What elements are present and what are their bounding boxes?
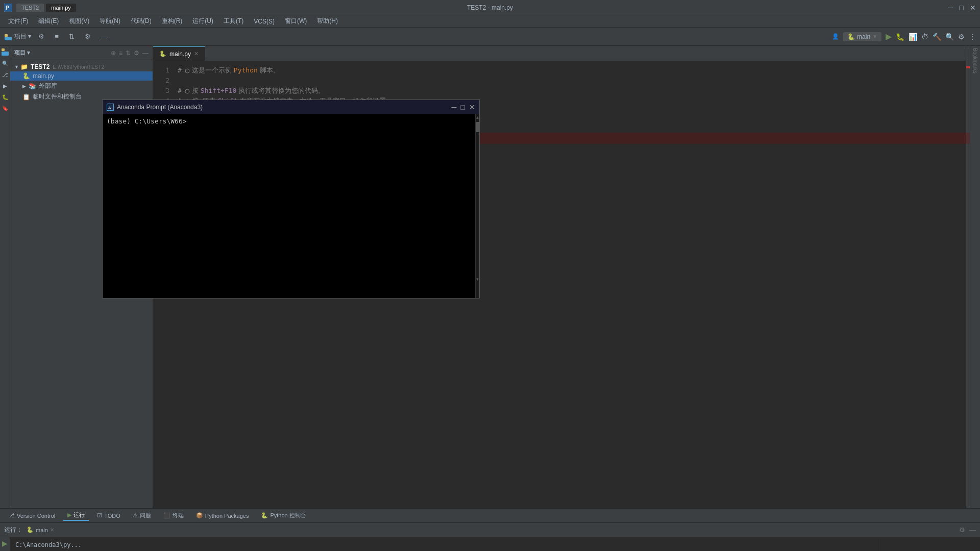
scroll-down-arrow[interactable]: ▼	[475, 276, 481, 283]
toolbar-sort-icon[interactable]: ⇅	[66, 32, 78, 41]
toolbar-menu-icon[interactable]: ≡	[52, 32, 62, 41]
tree-item-mainpy[interactable]: 🐍 main.py	[10, 71, 153, 81]
menu-refactor[interactable]: 重构(R)	[158, 16, 187, 27]
bookmarks-icon[interactable]: 🔖	[1, 104, 9, 112]
anaconda-close-button[interactable]: ✕	[469, 103, 475, 111]
anaconda-win-btns: ─ □ ✕	[452, 103, 475, 111]
toolbar-left: 项目 ▾ ⚙ ≡ ⇅ ⚙ —	[4, 32, 111, 41]
build-button[interactable]: 🔨	[933, 33, 941, 41]
run-tab-main[interactable]: 🐍 main ✕	[27, 527, 54, 533]
title-tab-mainpy[interactable]: main.py	[46, 4, 76, 12]
far-right-panel: Bookmarks	[970, 46, 980, 508]
python-packages-icon: 📦	[196, 512, 203, 519]
maximize-button[interactable]: □	[960, 4, 964, 12]
tree-path: E:\W66\Python\TEST2	[53, 64, 104, 70]
code-line-3: # 按 Shift+F10 执行或将其替换为您的代码。	[178, 86, 962, 96]
vcs-tab-label: Version Control	[17, 513, 55, 519]
bottom-left-icons: ▶ 🔄 ■ 📌 🔽	[0, 537, 10, 551]
project-config-icon[interactable]: ⚙	[134, 49, 139, 57]
project-hide-icon[interactable]: —	[142, 49, 149, 57]
tree-label-external: 外部库	[39, 82, 57, 90]
tree-item-external-libs[interactable]: ▶ 📚 外部库	[10, 81, 153, 91]
run-minimize-icon[interactable]: —	[969, 526, 976, 534]
anaconda-title-left: A Anaconda Prompt (Anaconda3)	[107, 104, 203, 111]
scroll-up-arrow[interactable]: ▲	[475, 114, 481, 121]
run-config-name[interactable]: main	[857, 33, 870, 40]
bottom-content: ▶ 🔄 ■ 📌 🔽 C:\Anaconda3\py... Hi, PyCharm…	[0, 537, 980, 551]
tree-label-mainpy: main.py	[33, 72, 54, 80]
search-button[interactable]: 🔍	[945, 33, 954, 41]
menu-edit[interactable]: 编辑(E)	[34, 16, 63, 27]
menu-navigate[interactable]: 导航(N)	[95, 16, 125, 27]
bookmarks-right-icon[interactable]: Bookmarks	[972, 48, 978, 73]
bottom-tab-terminal[interactable]: ⬛ 终端	[159, 511, 188, 520]
code-line-2	[178, 76, 962, 86]
anaconda-minimize-button[interactable]: ─	[452, 103, 457, 111]
menu-code[interactable]: 代码(D)	[127, 16, 156, 27]
project-panel-header: 项目 ▾ ⊕ ≡ ⇅ ⚙ —	[10, 46, 153, 60]
python-console-icon: 🐍	[261, 512, 268, 519]
run-settings-icon[interactable]: ⚙	[959, 526, 965, 534]
run-config-dropdown[interactable]: ▼	[872, 34, 877, 39]
anaconda-title-bar[interactable]: A Anaconda Prompt (Anaconda3) ─ □ ✕	[103, 100, 479, 114]
anaconda-title-text: Anaconda Prompt (Anaconda3)	[117, 104, 203, 111]
bottom-tab-run[interactable]: ▶ 运行	[63, 510, 89, 521]
minimize-button[interactable]: ─	[948, 4, 953, 12]
menu-tools[interactable]: 工具(T)	[219, 16, 248, 27]
menu-help[interactable]: 帮助(H)	[313, 16, 342, 27]
bottom-tab-python-console[interactable]: 🐍 Python 控制台	[257, 511, 310, 520]
scroll-thumb[interactable]	[476, 122, 479, 132]
bottom-tab-problems[interactable]: ⚠ 问题	[129, 511, 155, 520]
menu-vcs[interactable]: VCS(S)	[250, 17, 279, 26]
svg-point-6	[185, 69, 189, 73]
debug-left-icon[interactable]: 🐛	[1, 93, 9, 101]
anaconda-dialog[interactable]: A Anaconda Prompt (Anaconda3) ─ □ ✕ (bas…	[102, 99, 480, 298]
bottom-tab-python-packages[interactable]: 📦 Python Packages	[192, 511, 253, 520]
project-add-icon[interactable]: ⊕	[111, 49, 116, 57]
error-stripe	[966, 66, 970, 68]
title-bar-title: TEST2 - main.py	[467, 4, 513, 11]
bottom-tab-vcs[interactable]: ⎇ Version Control	[4, 511, 59, 520]
editor-tab-close[interactable]: ✕	[194, 51, 199, 57]
editor-tab-python-icon: 🐍	[159, 51, 166, 57]
svg-text:A: A	[108, 106, 111, 110]
editor-tab-mainpy[interactable]: 🐍 main.py ✕	[153, 46, 205, 61]
profile-button[interactable]: ⏱	[921, 33, 928, 41]
toolbar-hide-icon[interactable]: —	[98, 32, 111, 41]
menu-window[interactable]: 窗口(W)	[281, 16, 311, 27]
tree-item-test2[interactable]: ▼ 📁 TEST2 E:\W66\Python\TEST2	[10, 62, 153, 71]
title-tab-test2[interactable]: TEST2	[16, 4, 44, 12]
menu-run[interactable]: 运行(U)	[188, 16, 217, 27]
toolbar-settings-icon[interactable]: ⚙	[35, 32, 47, 41]
anaconda-scrollbar[interactable]: ▲ ▼	[475, 114, 479, 298]
project-list-icon[interactable]: ≡	[119, 49, 122, 57]
project-label[interactable]: 项目 ▾	[14, 32, 31, 41]
toolbar-config-icon[interactable]: ⚙	[82, 32, 94, 41]
more-button[interactable]: ⋮	[969, 33, 976, 41]
run-icon[interactable]: ▶	[1, 82, 9, 90]
title-bar-tabs: TEST2 main.py	[16, 4, 76, 12]
debug-button[interactable]: 🐛	[896, 33, 904, 41]
menu-file[interactable]: 文件(F)	[4, 16, 32, 27]
anaconda-maximize-button[interactable]: □	[461, 103, 465, 111]
tree-label-test2: TEST2	[31, 63, 50, 70]
anaconda-terminal-content[interactable]: (base) C:\Users\W66>	[103, 114, 475, 298]
run-button[interactable]: ▶	[886, 32, 892, 41]
find-icon[interactable]: 🔍	[1, 59, 9, 67]
menu-view[interactable]: 视图(V)	[65, 16, 93, 27]
terminal-tab-label: 终端	[173, 512, 184, 519]
close-button[interactable]: ✕	[970, 4, 976, 12]
run-tab-close-icon[interactable]: ✕	[50, 527, 54, 533]
anaconda-content[interactable]: (base) C:\Users\W66> ▲ ▼	[103, 114, 479, 298]
project-panel-icon[interactable]	[1, 48, 9, 56]
library-icon: 📚	[29, 83, 37, 90]
run-again-icon[interactable]: ▶	[1, 539, 9, 547]
folder-icon: 📁	[20, 63, 29, 70]
coverage-button[interactable]: 📊	[909, 33, 917, 41]
bottom-tab-todo[interactable]: ☑ TODO	[93, 511, 125, 520]
tree-arrow-ext: ▶	[22, 84, 29, 89]
anaconda-app-icon: A	[107, 104, 114, 111]
settings-button[interactable]: ⚙	[958, 33, 965, 41]
vcs-icon[interactable]: ⎇	[1, 70, 9, 79]
project-sort-icon[interactable]: ⇅	[126, 49, 131, 57]
